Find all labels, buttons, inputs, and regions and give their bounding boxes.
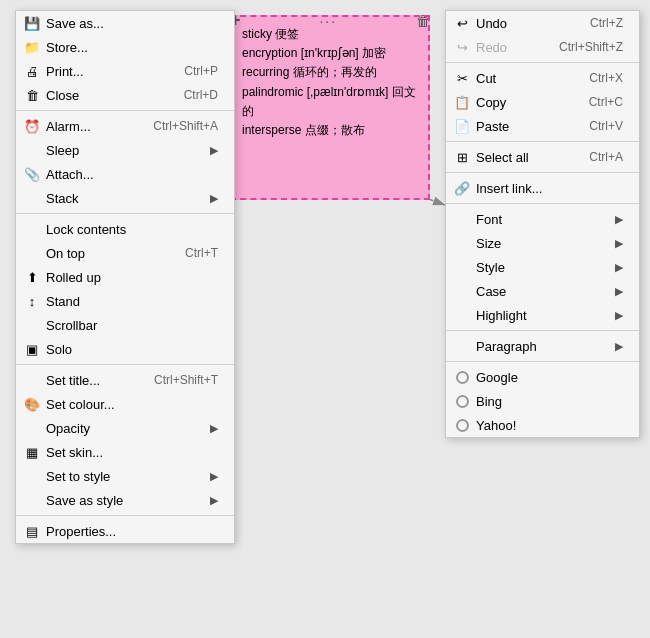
on-top-label: On top <box>46 246 163 261</box>
store-icon: 📁 <box>24 39 40 55</box>
menu-item-paste[interactable]: 📄PasteCtrl+V <box>446 114 639 138</box>
paragraph-label: Paragraph <box>476 339 609 354</box>
set-colour-icon: 🎨 <box>24 396 40 412</box>
sticky-delete-button[interactable]: 🗑 <box>416 13 430 29</box>
properties-icon: ▤ <box>24 523 40 539</box>
menu-item-properties[interactable]: ▤Properties... <box>16 519 234 543</box>
stack-label: Stack <box>46 191 204 206</box>
menu-separator <box>16 213 234 214</box>
select-all-label: Select all <box>476 150 567 165</box>
menu-item-case[interactable]: Case▶ <box>446 279 639 303</box>
menu-item-copy[interactable]: 📋CopyCtrl+C <box>446 90 639 114</box>
lock-contents-icon <box>24 221 40 237</box>
undo-icon: ↩ <box>454 15 470 31</box>
set-skin-label: Set skin... <box>46 445 218 460</box>
sleep-icon <box>24 142 40 158</box>
menu-separator <box>446 330 639 331</box>
menu-item-scrollbar[interactable]: Scrollbar <box>16 313 234 337</box>
print-label: Print... <box>46 64 162 79</box>
copy-shortcut: Ctrl+C <box>589 95 623 109</box>
sticky-note: sticky 便签encryption [ɪn'krɪpʃən] 加密recur… <box>230 15 430 200</box>
sleep-label: Sleep <box>46 143 204 158</box>
sticky-text-line: recurring 循环的；再发的 <box>242 63 418 82</box>
close-label: Close <box>46 88 162 103</box>
properties-label: Properties... <box>46 524 218 539</box>
set-title-icon <box>24 372 40 388</box>
menu-item-rolled-up[interactable]: ⬆Rolled up <box>16 265 234 289</box>
save-as-style-icon <box>24 492 40 508</box>
menu-item-set-skin[interactable]: ▦Set skin... <box>16 440 234 464</box>
print-shortcut: Ctrl+P <box>184 64 218 78</box>
save-as-style-arrow: ▶ <box>210 494 218 507</box>
opacity-icon <box>24 420 40 436</box>
case-arrow: ▶ <box>615 285 623 298</box>
scrollbar-icon <box>24 317 40 333</box>
highlight-icon <box>454 307 470 323</box>
menu-item-set-colour[interactable]: 🎨Set colour... <box>16 392 234 416</box>
cut-shortcut: Ctrl+X <box>589 71 623 85</box>
menu-item-sleep[interactable]: Sleep▶ <box>16 138 234 162</box>
menu-separator <box>16 515 234 516</box>
menu-item-redo: ↪RedoCtrl+Shift+Z <box>446 35 639 59</box>
menu-item-highlight[interactable]: Highlight▶ <box>446 303 639 327</box>
menu-item-alarm[interactable]: ⏰Alarm...Ctrl+Shift+A <box>16 114 234 138</box>
menu-item-set-to-style[interactable]: Set to style▶ <box>16 464 234 488</box>
menu-item-paragraph[interactable]: Paragraph▶ <box>446 334 639 358</box>
menu-item-insert-link[interactable]: 🔗Insert link... <box>446 176 639 200</box>
solo-icon: ▣ <box>24 341 40 357</box>
menu-separator <box>446 172 639 173</box>
menu-item-save-as[interactable]: 💾Save as... <box>16 11 234 35</box>
menu-item-solo[interactable]: ▣Solo <box>16 337 234 361</box>
paragraph-icon <box>454 338 470 354</box>
menu-item-google[interactable]: Google <box>446 365 639 389</box>
set-to-style-icon <box>24 468 40 484</box>
cut-icon: ✂ <box>454 70 470 86</box>
menu-item-opacity[interactable]: Opacity▶ <box>16 416 234 440</box>
menu-item-lock-contents[interactable]: Lock contents <box>16 217 234 241</box>
insert-link-label: Insert link... <box>476 181 623 196</box>
google-icon <box>454 369 470 385</box>
attach-label: Attach... <box>46 167 218 182</box>
menu-separator <box>446 62 639 63</box>
menu-item-stack[interactable]: Stack▶ <box>16 186 234 210</box>
menu-separator <box>16 364 234 365</box>
menu-item-cut[interactable]: ✂CutCtrl+X <box>446 66 639 90</box>
menu-item-bing[interactable]: Bing <box>446 389 639 413</box>
menu-item-font[interactable]: Font▶ <box>446 207 639 231</box>
set-colour-label: Set colour... <box>46 397 218 412</box>
sticky-text-line: encryption [ɪn'krɪpʃən] 加密 <box>242 44 418 63</box>
menu-item-close[interactable]: 🗑CloseCtrl+D <box>16 83 234 107</box>
paste-shortcut: Ctrl+V <box>589 119 623 133</box>
alarm-icon: ⏰ <box>24 118 40 134</box>
alarm-label: Alarm... <box>46 119 131 134</box>
menu-item-set-title[interactable]: Set title...Ctrl+Shift+T <box>16 368 234 392</box>
case-icon <box>454 283 470 299</box>
style-label: Style <box>476 260 609 275</box>
undo-shortcut: Ctrl+Z <box>590 16 623 30</box>
redo-icon: ↪ <box>454 39 470 55</box>
menu-separator <box>446 141 639 142</box>
set-to-style-arrow: ▶ <box>210 470 218 483</box>
copy-label: Copy <box>476 95 567 110</box>
sticky-text-line: palindromic [,pælɪn'drɒmɪk] 回文的 <box>242 83 418 121</box>
menu-item-on-top[interactable]: On topCtrl+T <box>16 241 234 265</box>
menu-item-store[interactable]: 📁Store... <box>16 35 234 59</box>
menu-item-yahoo[interactable]: Yahoo! <box>446 413 639 437</box>
on-top-shortcut: Ctrl+T <box>185 246 218 260</box>
menu-item-attach[interactable]: 📎Attach... <box>16 162 234 186</box>
undo-label: Undo <box>476 16 568 31</box>
yahoo-icon <box>454 417 470 433</box>
menu-separator <box>446 361 639 362</box>
select-all-icon: ⊞ <box>454 149 470 165</box>
sticky-options-button[interactable]: ··· <box>319 13 337 29</box>
menu-item-style[interactable]: Style▶ <box>446 255 639 279</box>
menu-item-size[interactable]: Size▶ <box>446 231 639 255</box>
google-label: Google <box>476 370 623 385</box>
menu-item-select-all[interactable]: ⊞Select allCtrl+A <box>446 145 639 169</box>
paragraph-arrow: ▶ <box>615 340 623 353</box>
menu-item-save-as-style[interactable]: Save as style▶ <box>16 488 234 512</box>
menu-item-print[interactable]: 🖨Print...Ctrl+P <box>16 59 234 83</box>
menu-item-stand[interactable]: ↕Stand <box>16 289 234 313</box>
font-label: Font <box>476 212 609 227</box>
menu-item-undo[interactable]: ↩UndoCtrl+Z <box>446 11 639 35</box>
